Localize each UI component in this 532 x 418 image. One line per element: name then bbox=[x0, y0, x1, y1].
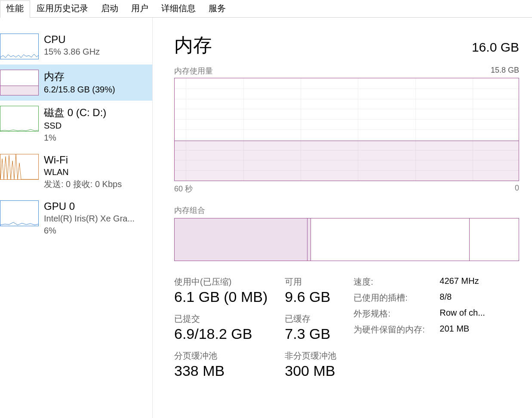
comp-free bbox=[470, 218, 519, 261]
nonpaged-value: 300 MB bbox=[285, 363, 336, 379]
cpu-thumbnail-icon bbox=[0, 34, 39, 59]
disk-sub2: 1% bbox=[44, 132, 148, 144]
usage-graph-max: 15.8 GB bbox=[491, 66, 519, 76]
sidebar-item-wifi[interactable]: Wi-Fi WLAN 发送: 0 接收: 0 Kbps bbox=[0, 149, 152, 195]
memory-thumbnail-icon bbox=[0, 70, 39, 95]
paged-label: 分页缓冲池 bbox=[174, 350, 268, 362]
tab-startup[interactable]: 启动 bbox=[95, 0, 125, 18]
sidebar-item-disk[interactable]: 磁盘 0 (C: D:) SSD 1% bbox=[0, 101, 152, 149]
sidebar-item-cpu[interactable]: CPU 15% 3.86 GHz bbox=[0, 28, 152, 65]
slots-label: 已使用的插槽: bbox=[354, 292, 440, 304]
slots-value: 8/8 bbox=[440, 292, 452, 304]
detail-title: 内存 bbox=[174, 33, 212, 58]
cpu-title: CPU bbox=[44, 34, 148, 46]
comp-in-use bbox=[175, 218, 308, 261]
form-label: 外形规格: bbox=[354, 308, 440, 320]
comp-modified bbox=[308, 218, 311, 261]
wifi-sub2: 发送: 0 接收: 0 Kbps bbox=[44, 178, 148, 190]
memory-title: 内存 bbox=[44, 70, 148, 83]
cached-value: 7.3 GB bbox=[285, 326, 336, 342]
cpu-sub: 15% 3.86 GHz bbox=[44, 46, 148, 58]
sidebar: CPU 15% 3.86 GHz 内存 6.2/15.8 GB (39%) 磁盘… bbox=[0, 18, 153, 418]
in-use-label: 使用中(已压缩) bbox=[174, 276, 268, 288]
memory-composition-chart[interactable] bbox=[174, 218, 519, 261]
stats-left: 使用中(已压缩) 6.1 GB (0 MB) 可用 9.6 GB 已提交 6.9… bbox=[174, 276, 336, 379]
paged-value: 338 MB bbox=[174, 363, 268, 379]
disk-sub1: SSD bbox=[44, 120, 148, 132]
tab-performance[interactable]: 性能 bbox=[0, 0, 30, 18]
wifi-sub1: WLAN bbox=[44, 166, 148, 178]
axis-right: 0 bbox=[515, 184, 519, 194]
stats-right: 速度: 4267 MHz 已使用的插槽: 8/8 外形规格: Row of ch… bbox=[354, 276, 485, 379]
memory-sub: 6.2/15.8 GB (39%) bbox=[44, 83, 148, 95]
composition-label: 内存组合 bbox=[174, 205, 519, 215]
committed-label: 已提交 bbox=[174, 313, 268, 325]
sidebar-item-gpu[interactable]: GPU 0 Intel(R) Iris(R) Xe Gra... 6% bbox=[0, 195, 152, 242]
tab-users[interactable]: 用户 bbox=[125, 0, 155, 18]
gpu-thumbnail-icon bbox=[0, 200, 39, 226]
tab-services[interactable]: 服务 bbox=[202, 0, 232, 18]
gpu-sub2: 6% bbox=[44, 224, 148, 237]
wifi-thumbnail-icon bbox=[0, 154, 39, 180]
tab-app-history[interactable]: 应用历史记录 bbox=[30, 0, 95, 18]
gpu-sub1: Intel(R) Iris(R) Xe Gra... bbox=[44, 212, 148, 224]
available-label: 可用 bbox=[285, 276, 336, 288]
main-area: CPU 15% 3.86 GHz 内存 6.2/15.8 GB (39%) 磁盘… bbox=[0, 18, 532, 418]
axis-left: 60 秒 bbox=[174, 184, 193, 194]
wifi-title: Wi-Fi bbox=[44, 154, 148, 166]
reserved-label: 为硬件保留的内存: bbox=[354, 324, 440, 335]
in-use-value: 6.1 GB (0 MB) bbox=[174, 289, 268, 305]
usage-graph-label: 内存使用量 bbox=[174, 66, 213, 76]
tab-details[interactable]: 详细信息 bbox=[155, 0, 202, 18]
available-value: 9.6 GB bbox=[285, 289, 336, 305]
nonpaged-label: 非分页缓冲池 bbox=[285, 350, 336, 362]
memory-usage-chart[interactable] bbox=[174, 78, 519, 181]
gpu-title: GPU 0 bbox=[44, 200, 148, 212]
tabs-bar: 性能 应用历史记录 启动 用户 详细信息 服务 bbox=[0, 0, 532, 18]
speed-value: 4267 MHz bbox=[440, 276, 479, 288]
speed-label: 速度: bbox=[354, 276, 440, 288]
cached-label: 已缓存 bbox=[285, 313, 336, 325]
disk-title: 磁盘 0 (C: D:) bbox=[44, 106, 148, 120]
sidebar-item-memory[interactable]: 内存 6.2/15.8 GB (39%) bbox=[0, 65, 152, 101]
disk-thumbnail-icon bbox=[0, 106, 39, 132]
committed-value: 6.9/18.2 GB bbox=[174, 326, 268, 342]
detail-total: 16.0 GB bbox=[472, 40, 519, 55]
form-value: Row of ch... bbox=[440, 308, 485, 320]
comp-standby bbox=[311, 218, 470, 261]
detail-pane: 内存 16.0 GB 内存使用量 15.8 GB 60 秒 bbox=[153, 18, 532, 418]
reserved-value: 201 MB bbox=[440, 324, 469, 335]
